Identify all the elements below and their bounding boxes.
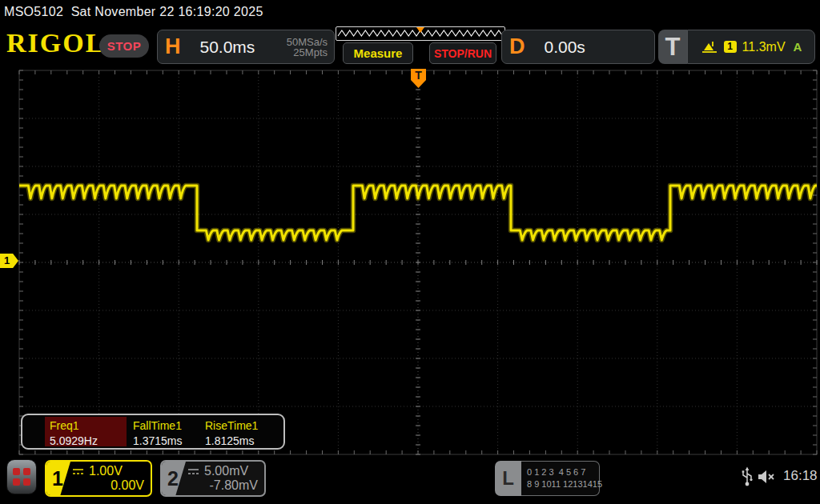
- trigger-source-badge: 1: [724, 41, 737, 53]
- measurement-value: 5.0929Hz: [50, 434, 122, 447]
- trigger-panel[interactable]: 1 11.3mV A: [687, 30, 815, 64]
- timebase-value: 50.0ms: [200, 38, 255, 57]
- channel1-scale: 1.00V: [89, 464, 123, 478]
- usb-icon: [741, 466, 754, 487]
- top-status-bar: MSO5102 Sat November 22 16:19:20 2025: [0, 0, 820, 24]
- measurement-falltime1[interactable]: FallTime1 1.3715ms: [128, 417, 200, 446]
- acquisition-info: 50MSa/s 25Mpts: [287, 37, 328, 58]
- trigger-level-value: 11.3mV: [742, 40, 786, 54]
- channel1-tab: 1: [46, 462, 70, 495]
- logic-analyzer-box[interactable]: L 0 1 2 3 4 5 6 7 8 9 1011 12131415: [495, 461, 600, 496]
- channel1-values: 1.00V 0.00V: [70, 462, 151, 495]
- header-bar: RIGOL STOP H 50.0ms 50MSa/s 25Mpts Measu…: [0, 24, 820, 68]
- measurement-label: FallTime1: [133, 419, 195, 432]
- memory-depth-value: 25Mpts: [287, 47, 328, 58]
- measurement-risetime1[interactable]: RiseTime1 1.8125ms: [200, 417, 282, 446]
- delay-value: 0.00s: [545, 38, 585, 57]
- waveform-preview-strip[interactable]: [336, 26, 505, 41]
- channel1-number: 1: [52, 467, 63, 490]
- channel2-scale: 5.00mV: [204, 464, 248, 478]
- trigger-mode-auto: A: [794, 40, 802, 54]
- trigger-tab-label[interactable]: T: [658, 30, 687, 64]
- logic-row-8-15: 8 9 1011 12131415: [527, 478, 599, 490]
- sample-rate-value: 50MSa/s: [287, 37, 328, 47]
- logic-tab-label: L: [495, 461, 521, 496]
- delay-panel[interactable]: D 0.00s: [501, 30, 655, 64]
- horizontal-timebase-panel[interactable]: H 50.0ms 50MSa/s 25Mpts: [157, 30, 335, 64]
- preview-position-marker-icon: [416, 27, 424, 33]
- logic-channel-numbers: 0 1 2 3 4 5 6 7 8 9 1011 12131415: [521, 461, 600, 496]
- channel2-offset-value: -7.80mV: [186, 478, 258, 493]
- dc-coupling-icon: [187, 468, 199, 475]
- measurement-freq1[interactable]: Freq1 5.0929Hz: [45, 417, 127, 446]
- measurement-panel: Freq1 5.0929Hz FallTime1 1.3715ms RiseTi…: [21, 414, 285, 450]
- channel1-box[interactable]: 1 1.00V 0.00V: [45, 460, 152, 497]
- stop-run-button[interactable]: STOP/RUN: [429, 42, 496, 64]
- measure-button[interactable]: Measure: [343, 42, 413, 64]
- measurement-value: 1.8125ms: [205, 434, 277, 447]
- channel-grid-button[interactable]: [6, 459, 37, 494]
- bottom-bar: 1 1.00V 0.00V 2: [0, 456, 820, 504]
- measurement-label: Freq1: [50, 419, 122, 432]
- trigger-marker-label: T: [415, 69, 422, 82]
- clock-time: 16:18: [783, 468, 818, 484]
- channel1-offset-value: 0.00V: [70, 478, 144, 493]
- four-squares-icon: [13, 468, 30, 486]
- measurement-label: RiseTime1: [205, 419, 277, 432]
- rigol-logo: RIGOL: [6, 28, 105, 58]
- channel2-values: 5.00mV -7.80mV: [186, 462, 264, 495]
- dc-coupling-icon: [72, 468, 84, 475]
- trigger-falling-edge-icon: [701, 40, 718, 54]
- delay-label: D: [509, 36, 525, 58]
- channel2-tab: 2: [162, 462, 186, 495]
- model-datetime-text: MSO5102 Sat November 22 16:19:20 2025: [4, 0, 263, 24]
- speaker-muted-icon: [758, 469, 777, 485]
- channel1-marker-label: 1: [4, 254, 10, 266]
- channel2-box[interactable]: 2 5.00mV -7.80mV: [160, 460, 266, 497]
- oscilloscope-screen: MSO5102 Sat November 22 16:19:20 2025 RI…: [0, 0, 820, 504]
- logic-row-0-7: 0 1 2 3 4 5 6 7: [527, 466, 599, 478]
- horizontal-label: H: [165, 36, 181, 58]
- waveform-display: [0, 68, 820, 456]
- channel2-number: 2: [167, 467, 179, 490]
- run-state-badge: STOP: [99, 34, 149, 58]
- measurement-value: 1.3715ms: [133, 434, 195, 447]
